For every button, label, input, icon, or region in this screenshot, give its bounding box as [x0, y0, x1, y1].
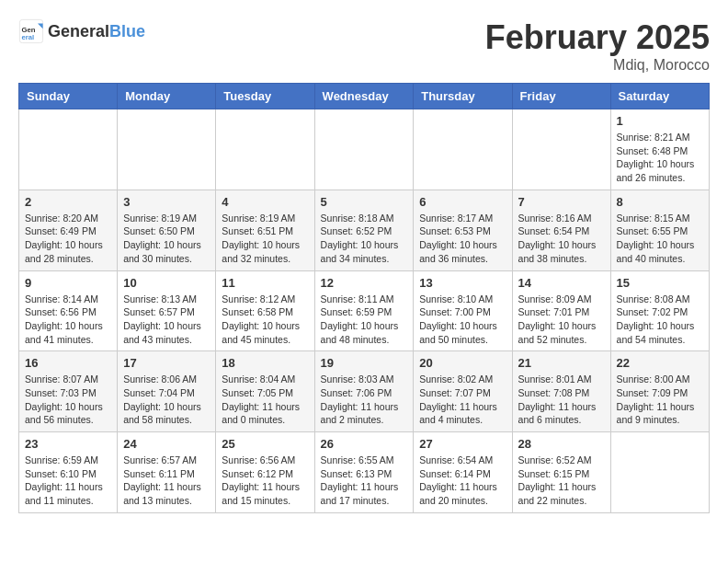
day-cell: 8Sunrise: 8:15 AM Sunset: 6:55 PM Daylig…	[610, 190, 709, 270]
day-cell: 3Sunrise: 8:19 AM Sunset: 6:50 PM Daylig…	[118, 190, 216, 270]
day-info: Sunrise: 8:20 AM Sunset: 6:49 PM Dayligh…	[25, 212, 111, 266]
weekday-header-saturday: Saturday	[610, 84, 709, 109]
day-info: Sunrise: 8:21 AM Sunset: 6:48 PM Dayligh…	[617, 131, 703, 185]
week-row-1: 1Sunrise: 8:21 AM Sunset: 6:48 PM Daylig…	[19, 109, 710, 190]
day-cell: 6Sunrise: 8:17 AM Sunset: 6:53 PM Daylig…	[414, 190, 512, 270]
day-info: Sunrise: 8:16 AM Sunset: 6:54 PM Dayligh…	[518, 212, 605, 266]
day-info: Sunrise: 8:04 AM Sunset: 7:05 PM Dayligh…	[222, 373, 308, 427]
day-number: 12	[321, 276, 408, 290]
day-info: Sunrise: 8:12 AM Sunset: 6:58 PM Dayligh…	[222, 293, 308, 347]
svg-text:eral: eral	[22, 33, 35, 41]
day-cell: 14Sunrise: 8:09 AM Sunset: 7:01 PM Dayli…	[512, 270, 610, 351]
day-cell: 11Sunrise: 8:12 AM Sunset: 6:58 PM Dayli…	[216, 270, 314, 351]
day-number: 27	[419, 437, 506, 451]
day-info: Sunrise: 8:17 AM Sunset: 6:53 PM Dayligh…	[419, 212, 506, 266]
day-info: Sunrise: 8:06 AM Sunset: 7:04 PM Dayligh…	[123, 373, 210, 427]
day-cell	[216, 109, 314, 190]
day-number: 4	[222, 195, 308, 209]
day-info: Sunrise: 6:59 AM Sunset: 6:10 PM Dayligh…	[25, 454, 111, 508]
day-number: 19	[321, 356, 408, 370]
weekday-header-monday: Monday	[118, 84, 216, 109]
day-number: 5	[321, 195, 408, 209]
header: Gen eral GeneralBlue February 2025 Mdiq,…	[18, 18, 710, 74]
day-cell	[19, 109, 118, 190]
month-title: February 2025	[485, 18, 710, 57]
day-cell: 16Sunrise: 8:07 AM Sunset: 7:03 PM Dayli…	[19, 351, 118, 432]
day-number: 3	[123, 195, 210, 209]
day-number: 14	[518, 276, 605, 290]
day-cell: 10Sunrise: 8:13 AM Sunset: 6:57 PM Dayli…	[118, 270, 216, 351]
day-cell: 24Sunrise: 6:57 AM Sunset: 6:11 PM Dayli…	[118, 432, 216, 513]
logo: Gen eral GeneralBlue	[18, 18, 145, 44]
day-number: 16	[25, 356, 111, 370]
day-number: 10	[123, 276, 210, 290]
day-cell: 25Sunrise: 6:56 AM Sunset: 6:12 PM Dayli…	[216, 432, 314, 513]
week-row-4: 16Sunrise: 8:07 AM Sunset: 7:03 PM Dayli…	[19, 351, 710, 432]
weekday-header-sunday: Sunday	[19, 84, 118, 109]
day-info: Sunrise: 8:09 AM Sunset: 7:01 PM Dayligh…	[518, 293, 605, 347]
day-number: 13	[419, 276, 506, 290]
day-info: Sunrise: 8:07 AM Sunset: 7:03 PM Dayligh…	[25, 373, 111, 427]
day-cell: 18Sunrise: 8:04 AM Sunset: 7:05 PM Dayli…	[216, 351, 314, 432]
day-number: 23	[25, 437, 111, 451]
day-cell: 13Sunrise: 8:10 AM Sunset: 7:00 PM Dayli…	[414, 270, 512, 351]
day-cell	[414, 109, 512, 190]
day-cell: 22Sunrise: 8:00 AM Sunset: 7:09 PM Dayli…	[610, 351, 709, 432]
day-cell: 20Sunrise: 8:02 AM Sunset: 7:07 PM Dayli…	[414, 351, 512, 432]
day-number: 20	[419, 356, 506, 370]
day-number: 28	[518, 437, 605, 451]
weekday-header-row: SundayMondayTuesdayWednesdayThursdayFrid…	[19, 84, 710, 109]
title-area: February 2025 Mdiq, Morocco	[485, 18, 710, 74]
day-cell: 26Sunrise: 6:55 AM Sunset: 6:13 PM Dayli…	[314, 432, 414, 513]
location-title: Mdiq, Morocco	[485, 57, 710, 74]
day-number: 9	[25, 276, 111, 290]
logo-general: General	[48, 22, 109, 40]
day-info: Sunrise: 8:10 AM Sunset: 7:00 PM Dayligh…	[419, 293, 506, 347]
weekday-header-friday: Friday	[512, 84, 610, 109]
day-number: 22	[617, 356, 703, 370]
day-cell: 1Sunrise: 8:21 AM Sunset: 6:48 PM Daylig…	[610, 109, 709, 190]
day-info: Sunrise: 8:15 AM Sunset: 6:55 PM Dayligh…	[617, 212, 703, 266]
weekday-header-wednesday: Wednesday	[314, 84, 414, 109]
day-info: Sunrise: 6:52 AM Sunset: 6:15 PM Dayligh…	[518, 454, 605, 508]
day-number: 26	[321, 437, 408, 451]
logo-icon: Gen eral	[18, 18, 44, 44]
day-number: 15	[617, 276, 703, 290]
day-info: Sunrise: 6:56 AM Sunset: 6:12 PM Dayligh…	[222, 454, 308, 508]
day-number: 21	[518, 356, 605, 370]
day-number: 11	[222, 276, 308, 290]
day-cell: 12Sunrise: 8:11 AM Sunset: 6:59 PM Dayli…	[314, 270, 414, 351]
logo-blue: Blue	[109, 22, 145, 40]
day-number: 24	[123, 437, 210, 451]
week-row-2: 2Sunrise: 8:20 AM Sunset: 6:49 PM Daylig…	[19, 190, 710, 270]
day-cell	[610, 432, 709, 513]
calendar: SundayMondayTuesdayWednesdayThursdayFrid…	[18, 83, 710, 513]
week-row-5: 23Sunrise: 6:59 AM Sunset: 6:10 PM Dayli…	[19, 432, 710, 513]
day-cell: 21Sunrise: 8:01 AM Sunset: 7:08 PM Dayli…	[512, 351, 610, 432]
day-info: Sunrise: 8:02 AM Sunset: 7:07 PM Dayligh…	[419, 373, 506, 427]
day-number: 2	[25, 195, 111, 209]
day-cell: 5Sunrise: 8:18 AM Sunset: 6:52 PM Daylig…	[314, 190, 414, 270]
day-info: Sunrise: 8:13 AM Sunset: 6:57 PM Dayligh…	[123, 293, 210, 347]
day-number: 1	[617, 114, 703, 128]
day-info: Sunrise: 8:18 AM Sunset: 6:52 PM Dayligh…	[321, 212, 408, 266]
day-info: Sunrise: 8:08 AM Sunset: 7:02 PM Dayligh…	[617, 293, 703, 347]
day-cell: 15Sunrise: 8:08 AM Sunset: 7:02 PM Dayli…	[610, 270, 709, 351]
day-cell: 17Sunrise: 8:06 AM Sunset: 7:04 PM Dayli…	[118, 351, 216, 432]
week-row-3: 9Sunrise: 8:14 AM Sunset: 6:56 PM Daylig…	[19, 270, 710, 351]
day-info: Sunrise: 8:19 AM Sunset: 6:50 PM Dayligh…	[123, 212, 210, 266]
weekday-header-tuesday: Tuesday	[216, 84, 314, 109]
day-cell: 23Sunrise: 6:59 AM Sunset: 6:10 PM Dayli…	[19, 432, 118, 513]
day-number: 7	[518, 195, 605, 209]
day-number: 6	[419, 195, 506, 209]
day-cell: 9Sunrise: 8:14 AM Sunset: 6:56 PM Daylig…	[19, 270, 118, 351]
day-cell	[314, 109, 414, 190]
day-info: Sunrise: 6:57 AM Sunset: 6:11 PM Dayligh…	[123, 454, 210, 508]
day-number: 25	[222, 437, 308, 451]
day-info: Sunrise: 6:54 AM Sunset: 6:14 PM Dayligh…	[419, 454, 506, 508]
day-cell: 19Sunrise: 8:03 AM Sunset: 7:06 PM Dayli…	[314, 351, 414, 432]
day-info: Sunrise: 8:03 AM Sunset: 7:06 PM Dayligh…	[321, 373, 408, 427]
day-info: Sunrise: 8:00 AM Sunset: 7:09 PM Dayligh…	[617, 373, 703, 427]
day-cell	[118, 109, 216, 190]
day-info: Sunrise: 8:01 AM Sunset: 7:08 PM Dayligh…	[518, 373, 605, 427]
